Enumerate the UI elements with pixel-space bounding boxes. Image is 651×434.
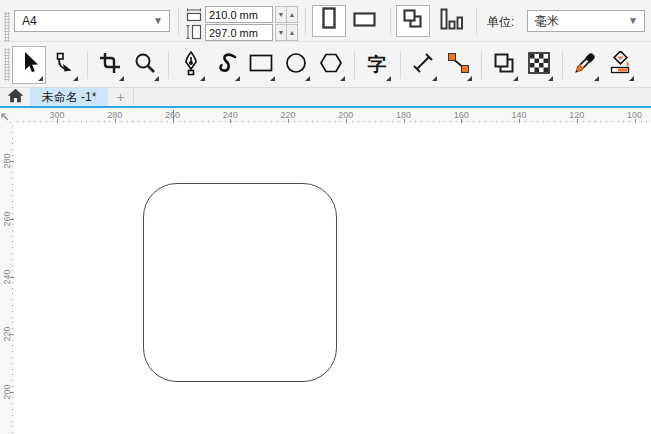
text-tool-icon: 字 (368, 55, 387, 74)
eyedropper-tool-icon (573, 51, 597, 79)
units-value: 毫米 (535, 13, 559, 30)
zoom-tool-button[interactable] (128, 46, 162, 84)
property-bar: A4 ▼ ▼▲ ▼▲ (0, 0, 651, 42)
ruler-cursor-position-marker (173, 110, 174, 123)
drop-shadow-tool-button[interactable] (487, 46, 521, 84)
ellipse-tool-button[interactable] (279, 46, 313, 84)
page-size-preset-value: A4 (22, 14, 37, 28)
text-tool-button[interactable]: 字 (360, 46, 394, 84)
page-height-input[interactable] (205, 24, 273, 41)
flyout-indicator (235, 76, 240, 81)
toolbox: 字 (0, 42, 651, 88)
flyout-indicator (513, 76, 518, 81)
page-dimensions-bars-icon (439, 7, 463, 35)
divider (562, 51, 563, 79)
flyout-indicator (154, 76, 159, 81)
polygon-tool-button[interactable] (314, 46, 348, 84)
eyedropper-tool-button[interactable] (568, 46, 602, 84)
flyout-indicator (340, 76, 345, 81)
transparency-tool-icon (528, 52, 550, 78)
landscape-button[interactable] (348, 5, 382, 37)
ruler-origin-button[interactable] (0, 110, 14, 123)
page-height-stepper[interactable]: ▼▲ (276, 24, 298, 41)
document-tab-title: 未命名 -1* (42, 89, 97, 106)
rectangle-tool-button[interactable] (244, 46, 278, 84)
divider (354, 51, 355, 79)
connector-tool-button[interactable] (441, 46, 475, 84)
toolbar-drag-grip[interactable] (4, 12, 10, 42)
home-icon (7, 88, 24, 107)
shape-tool-button[interactable] (47, 46, 81, 84)
divider (390, 7, 391, 35)
welcome-home-button[interactable] (0, 88, 30, 106)
portrait-icon (317, 6, 341, 36)
flyout-indicator (119, 76, 124, 81)
flyout-indicator (548, 76, 553, 81)
divider (305, 7, 306, 35)
toolbox-drag-grip[interactable] (4, 48, 10, 81)
drawing-canvas[interactable] (14, 123, 651, 434)
page-size-preset-select[interactable]: A4 ▼ (14, 10, 170, 32)
coreldraw-window: A4 ▼ ▼▲ ▼▲ (0, 0, 651, 434)
units-select[interactable]: 毫米 ▼ (527, 10, 645, 32)
document-tab-active[interactable]: 未命名 -1* (30, 88, 108, 106)
flyout-indicator (73, 76, 78, 81)
divider (168, 51, 169, 79)
dimension-tool-icon (411, 51, 435, 79)
document-tab-bar: 未命名 -1* + (0, 88, 651, 108)
workspace: 300280260240220200180160140120100 280260… (0, 110, 651, 434)
flyout-indicator (432, 76, 437, 81)
flyout-indicator (386, 76, 391, 81)
transparency-tool-button[interactable] (522, 46, 556, 84)
page-height-icon (186, 24, 202, 44)
pick-tool-button[interactable] (12, 46, 46, 84)
freehand-tool-button[interactable] (209, 46, 243, 84)
page-width-stepper[interactable]: ▼▲ (276, 6, 298, 23)
vertical-ruler[interactable]: 280260240220200 (0, 123, 14, 434)
zoom-tool-icon (133, 51, 157, 79)
divider (481, 51, 482, 79)
current-page-dimensions-button[interactable] (434, 5, 468, 37)
interactive-fill-tool-button[interactable] (603, 46, 637, 84)
flyout-indicator (467, 76, 472, 81)
chevron-down-icon: ▼ (153, 15, 163, 26)
flyout-indicator (38, 76, 43, 81)
rounded-rectangle-object[interactable] (143, 183, 337, 382)
interactive-fill-tool-icon (608, 51, 632, 79)
polygon-tool-icon (318, 51, 344, 79)
landscape-icon (352, 7, 378, 35)
all-pages-icon (401, 7, 425, 35)
flyout-indicator (629, 76, 634, 81)
horizontal-ruler[interactable]: 300280260240220200180160140120100 (14, 110, 651, 123)
drop-shadow-tool-icon (492, 51, 516, 79)
all-pages-button[interactable] (396, 5, 430, 37)
divider (87, 51, 88, 79)
plus-icon: + (116, 89, 124, 105)
flyout-indicator (270, 76, 275, 81)
pen-tool-button[interactable] (174, 46, 208, 84)
divider (476, 7, 477, 35)
crop-tool-icon (98, 51, 122, 79)
rectangle-tool-icon (248, 51, 274, 79)
crop-tool-button[interactable] (93, 46, 127, 84)
freehand-tool-icon (214, 51, 238, 79)
shape-tool-icon (52, 51, 76, 79)
portrait-button[interactable] (312, 5, 346, 37)
divider (178, 7, 179, 35)
flyout-indicator (594, 76, 599, 81)
units-label: 单位: (487, 14, 514, 31)
new-document-tab-button[interactable]: + (108, 88, 134, 106)
dimension-tool-button[interactable] (406, 46, 440, 84)
flyout-indicator (305, 76, 310, 81)
divider (400, 51, 401, 79)
flyout-indicator (200, 76, 205, 81)
page-width-input[interactable] (205, 6, 273, 23)
ellipse-tool-icon (284, 51, 308, 79)
chevron-down-icon: ▼ (628, 15, 638, 26)
connector-tool-icon (446, 51, 470, 79)
